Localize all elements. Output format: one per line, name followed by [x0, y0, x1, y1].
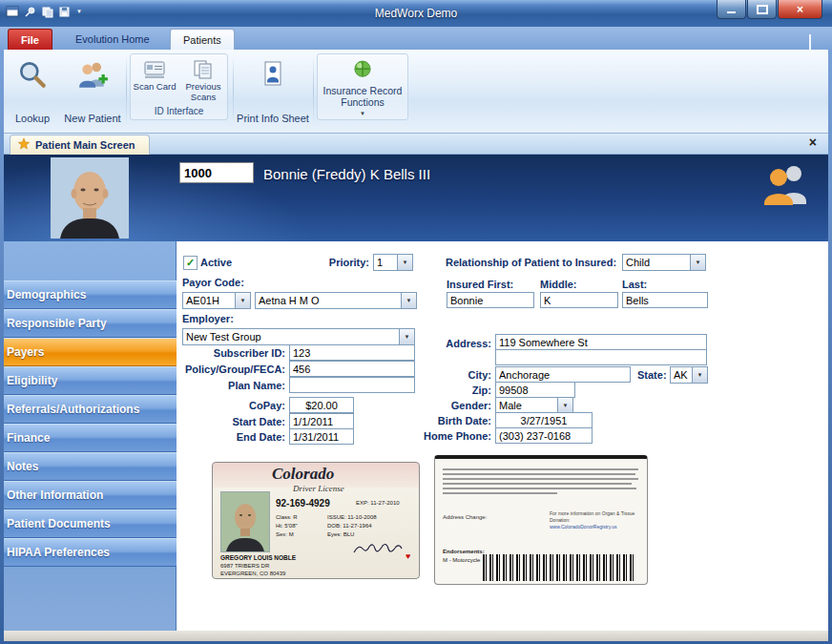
new-patient-button[interactable]: New Patient: [61, 53, 124, 128]
sidebar-item-label: Notes: [7, 460, 38, 473]
lookup-button[interactable]: Lookup: [6, 53, 59, 128]
end-date-input[interactable]: [289, 428, 354, 445]
fine-print-line: [443, 492, 557, 494]
middle-input[interactable]: [540, 292, 618, 308]
last-input[interactable]: [622, 292, 708, 308]
dropdown-button[interactable]: ▼: [690, 255, 705, 270]
previous-scans-button[interactable]: Previous Scans: [180, 57, 227, 103]
sidebar-item-hipaa-preferences[interactable]: HIPAA Preferences: [4, 538, 177, 567]
insured-first-label: Insured First:: [447, 279, 513, 290]
payor-name-combo[interactable]: Aetna H M O ▼: [255, 292, 417, 309]
sidebar-item-notes[interactable]: Notes: [4, 452, 177, 481]
check-icon: ✓: [186, 258, 195, 268]
donor-registry-url: www.ColoradoDonorRegistry.us: [550, 524, 617, 530]
employer-label: Employer:: [182, 313, 234, 324]
previous-scans-icon: [192, 57, 215, 82]
start-date-input[interactable]: [289, 413, 354, 429]
tab-patients-label: Patients: [183, 34, 221, 46]
patient-name: Bonnie (Freddy) K Bells III: [263, 166, 430, 182]
fine-print-lines: [443, 468, 638, 497]
license-dob: DOB: 11-27-1964: [327, 523, 372, 529]
ribbon: Lookup New Patient Scan Card: [4, 50, 828, 134]
dropdown-button[interactable]: ▼: [235, 293, 250, 308]
gender-value: Male: [496, 398, 557, 413]
lookup-label: Lookup: [15, 113, 50, 128]
address-input[interactable]: [495, 334, 707, 350]
dropdown-button[interactable]: ▼: [557, 398, 572, 413]
maximize-button[interactable]: [747, 0, 777, 19]
tab-evolution-home[interactable]: Evolution Home: [63, 29, 162, 50]
address-line2-input[interactable]: [495, 349, 707, 365]
insured-first-input[interactable]: [447, 292, 534, 308]
sidebar-item-demographics[interactable]: Demographics: [4, 280, 177, 309]
ribbon-collapse-button[interactable]: [809, 36, 819, 44]
tab-file-label: File: [21, 34, 39, 46]
license-height: Ht: 5'08": [276, 523, 298, 529]
city-input[interactable]: [495, 366, 631, 383]
patient-id-field[interactable]: [179, 162, 254, 183]
license-address-line1: 6987 TRIBERS DR: [220, 563, 269, 569]
dropdown-icon: ▼: [403, 260, 408, 265]
sidebar-item-label: Demographics: [7, 288, 86, 301]
print-info-sheet-button[interactable]: Print Info Sheet: [237, 53, 309, 128]
birth-date-input[interactable]: [495, 412, 593, 428]
new-patient-label: New Patient: [64, 113, 120, 128]
sidebar-item-referrals-authorizations[interactable]: Referrals/Authorizations: [4, 395, 177, 424]
id-interface-group-label: ID Interface: [131, 106, 227, 116]
middle-label: Middle:: [540, 279, 577, 290]
close-button[interactable]: ×: [778, 0, 822, 19]
license-state: Colorado: [272, 465, 334, 484]
state-combo[interactable]: AK ▼: [670, 366, 708, 384]
sidebar-item-other-information[interactable]: Other Information: [4, 481, 177, 509]
insurance-record-functions-label: Insurance Record Functions: [321, 85, 405, 109]
tab-patients[interactable]: Patients: [170, 29, 235, 50]
priority-combo[interactable]: 1 ▼: [373, 254, 413, 271]
license-doc-type: Driver License: [293, 484, 344, 493]
sidebar-item-finance[interactable]: Finance: [4, 424, 177, 452]
subscriber-id-label: Subscriber ID:: [177, 347, 285, 359]
screen-close-button[interactable]: ×: [809, 135, 817, 149]
copay-input[interactable]: [289, 397, 354, 413]
barcode: [483, 554, 635, 581]
address-label: Address:: [379, 338, 491, 349]
license-expiration: EXP: 11-27-2010: [356, 500, 400, 506]
dropdown-button[interactable]: ▼: [397, 255, 412, 270]
zip-input[interactable]: [495, 382, 575, 398]
sidebar-item-label: Finance: [7, 431, 50, 445]
end-date-label: End Date:: [177, 431, 285, 443]
license-issue-date: ISSUE: 11-10-2008: [327, 514, 377, 520]
sidebar: Demographics Responsible Party Payers El…: [4, 241, 177, 631]
home-phone-input[interactable]: [495, 427, 593, 444]
close-icon: ×: [809, 135, 817, 150]
sidebar-item-payers[interactable]: Payers: [4, 338, 177, 366]
sidebar-nav: Demographics Responsible Party Payers El…: [4, 280, 177, 567]
tab-file[interactable]: File: [8, 29, 52, 50]
endorsement-value: M - Motorcycle: [443, 557, 480, 563]
sidebar-item-patient-documents[interactable]: Patient Documents: [4, 509, 177, 538]
minimize-button[interactable]: [717, 0, 746, 19]
insurance-record-functions-button[interactable]: Insurance Record Functions ▼: [317, 53, 408, 120]
relationship-combo[interactable]: Child ▼: [622, 254, 706, 271]
license-class: Class: R: [276, 514, 298, 520]
ribbon-separator: [233, 55, 234, 124]
sidebar-item-eligibility[interactable]: Eligibility: [4, 366, 177, 395]
print-info-sheet-label: Print Info Sheet: [237, 113, 309, 128]
scan-card-button[interactable]: Scan Card: [132, 57, 178, 103]
start-date-label: Start Date:: [177, 416, 285, 427]
sidebar-item-label: HIPAA Preferences: [7, 546, 110, 559]
gender-label: Gender:: [379, 400, 491, 411]
priority-value: 1: [374, 255, 397, 270]
priority-label: Priority:: [301, 257, 369, 268]
tab-patient-main-screen[interactable]: Patient Main Screen: [10, 135, 150, 155]
dropdown-button[interactable]: ▼: [401, 293, 416, 308]
minimize-icon: [727, 11, 736, 13]
sidebar-item-responsible-party[interactable]: Responsible Party: [4, 309, 177, 338]
ribbon-tab-row: File Evolution Home Patients: [0, 27, 832, 50]
active-checkbox[interactable]: ✓: [183, 256, 198, 270]
relationship-value: Child: [623, 255, 690, 270]
people-icon: [761, 162, 811, 210]
last-label: Last:: [622, 279, 647, 290]
dropdown-button[interactable]: ▼: [692, 367, 707, 383]
payor-code-combo[interactable]: AE01H ▼: [182, 292, 251, 309]
insurance-functions-icon: [350, 57, 375, 85]
